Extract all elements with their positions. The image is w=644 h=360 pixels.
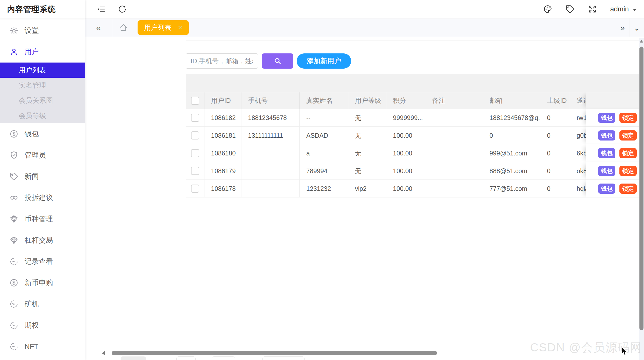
action-button-锁定[interactable]: 锁定	[619, 166, 637, 176]
action-button-钱包[interactable]: 钱包	[598, 130, 615, 141]
cell-parent_id: 0	[540, 144, 570, 162]
action-button-锁定[interactable]: 锁定	[619, 184, 637, 194]
main-area: admin « 用户列表 × » ⌄	[85, 0, 644, 360]
collapse-sidebar-icon[interactable]	[97, 5, 106, 14]
cell-level: 无	[348, 127, 386, 144]
refresh-icon[interactable]	[117, 5, 126, 14]
sidebar-item-11[interactable]: 期权	[0, 315, 85, 336]
table-row: 10861781231232vip2100.00777@51.com0hqia钱…	[186, 180, 644, 197]
content-area: 添加新用户 用户ID手机号真实姓名用户等级积分备注邮箱上级ID邀请码操作1086…	[171, 37, 644, 360]
row-checkbox[interactable]	[191, 185, 199, 193]
tab-close-icon[interactable]: ×	[178, 24, 182, 32]
submenu-item-3[interactable]: 会员等级	[0, 108, 85, 123]
sidebar-item-3[interactable]: 管理员	[0, 145, 85, 166]
sidebar-item-label: 新币申购	[25, 278, 53, 288]
row-actions: 钱包锁定编辑积分删除	[586, 162, 644, 180]
row-actions: 钱包锁定编辑积分删除	[586, 144, 644, 162]
dial-icon	[9, 257, 18, 266]
scroll-left-arrow-icon[interactable]	[102, 351, 105, 355]
action-button-钱包[interactable]: 钱包	[598, 148, 615, 158]
column-header-phone: 手机号	[241, 92, 300, 109]
sidebar-item-6[interactable]: 币种管理	[0, 208, 85, 230]
sidebar-item-1[interactable]: 用户	[0, 41, 85, 63]
table-toolbar	[186, 74, 644, 92]
cell-email: 18812345678@q...	[483, 109, 540, 127]
sidebar-item-2[interactable]: 钱包	[0, 123, 85, 145]
table-row: 108618113111111111ASDAD无100.0000g0bi钱包锁定…	[186, 127, 644, 144]
action-button-锁定[interactable]: 锁定	[619, 113, 637, 123]
cell-phone: 18812345678	[241, 109, 300, 127]
dial-icon	[9, 321, 18, 330]
home-tab-icon[interactable]	[119, 23, 128, 32]
sidebar-item-10[interactable]: 矿机	[0, 293, 85, 315]
pagination-page-button[interactable]	[176, 356, 196, 360]
sidebar-item-4[interactable]: 新闻	[0, 166, 85, 187]
shield-icon	[9, 151, 18, 160]
sidebar-item-0[interactable]: 设置	[0, 20, 85, 41]
tabs-more-icon[interactable]: ⌄	[630, 23, 644, 33]
sidebar-item-label: 钱包	[25, 129, 39, 139]
action-button-锁定[interactable]: 锁定	[619, 148, 637, 158]
username: admin	[610, 5, 629, 13]
sidebar-item-label: 新闻	[25, 172, 39, 181]
cell-phone: 13111111111	[241, 127, 300, 144]
sidebar-item-label: 矿机	[25, 299, 39, 309]
add-user-button[interactable]: 添加新用户	[297, 53, 351, 69]
select-all-checkbox[interactable]	[191, 97, 199, 105]
submenu-item-1[interactable]: 实名管理	[0, 78, 85, 93]
action-button-钱包[interactable]: 钱包	[598, 184, 615, 194]
sidebar-item-label: 设置	[25, 26, 39, 35]
vertical-scrollbar-thumb[interactable]	[639, 47, 643, 330]
cell-email: 777@51.com	[483, 180, 540, 197]
row-checkbox[interactable]	[191, 114, 199, 122]
user-list-card: 添加新用户 用户ID手机号真实姓名用户等级积分备注邮箱上级ID邀请码操作1086…	[186, 41, 644, 197]
cell-phone	[241, 162, 300, 180]
tabs-scroll-left-icon[interactable]: «	[85, 23, 112, 33]
dollar-icon	[9, 129, 18, 138]
tab-user-list[interactable]: 用户列表 ×	[138, 20, 189, 35]
row-checkbox[interactable]	[191, 167, 199, 175]
sidebar-item-5[interactable]: 投拆建议	[0, 187, 85, 208]
cell-points: 9999999...	[386, 109, 425, 127]
sidebar-item-12[interactable]: NFT	[0, 336, 85, 357]
table-row: 108618218812345678--无9999999...188123456…	[186, 109, 644, 127]
diamond-icon	[9, 214, 18, 224]
horizontal-scrollbar-thumb[interactable]	[112, 351, 437, 355]
cell-real_name: ASDAD	[300, 127, 348, 144]
cell-parent_id: 0	[540, 162, 570, 180]
user-menu[interactable]: admin	[610, 5, 637, 13]
tabs-scroll-right-icon[interactable]: »	[615, 23, 630, 32]
action-button-钱包[interactable]: 钱包	[598, 166, 615, 176]
cell-level: 无	[348, 109, 386, 127]
sidebar-item-label: 币种管理	[25, 214, 53, 224]
tag-icon[interactable]	[565, 5, 575, 14]
pagination-page-button[interactable]	[262, 356, 305, 360]
sidebar-item-8[interactable]: 记录查看	[0, 251, 85, 272]
submenu-item-2[interactable]: 会员关系图	[0, 93, 85, 108]
row-checkbox[interactable]	[191, 149, 199, 157]
column-header-real_name: 真实姓名	[300, 92, 348, 109]
sidebar-item-9[interactable]: 新币申购	[0, 272, 85, 293]
cell-user_id: 1086180	[204, 144, 241, 162]
search-button[interactable]	[262, 53, 293, 69]
submenu-item-0[interactable]: 用户列表	[0, 63, 85, 78]
dial-icon	[9, 342, 18, 351]
action-button-钱包[interactable]: 钱包	[598, 113, 615, 123]
scroll-up-arrow-icon[interactable]	[640, 40, 643, 43]
action-button-锁定[interactable]: 锁定	[619, 130, 637, 141]
cell-parent_id: 0	[540, 180, 570, 197]
pagination-page-button[interactable]	[212, 356, 235, 360]
horizontal-scrollbar	[100, 351, 628, 356]
table-header-row: 用户ID手机号真实姓名用户等级积分备注邮箱上级ID邀请码操作	[186, 92, 644, 109]
sidebar-item-7[interactable]: 杠杆交易	[0, 230, 85, 251]
app-title: 内容管理系统	[0, 0, 85, 18]
theme-palette-icon[interactable]	[543, 5, 552, 14]
sidebar-menu: 设置用户用户列表实名管理会员关系图会员等级钱包管理员新闻投拆建议币种管理杠杆交易…	[0, 18, 85, 357]
pagination-page-button[interactable]	[121, 356, 146, 360]
search-input[interactable]	[186, 53, 258, 69]
divider	[112, 18, 112, 37]
fullscreen-icon[interactable]	[588, 5, 597, 14]
user-table: 用户ID手机号真实姓名用户等级积分备注邮箱上级ID邀请码操作1086182188…	[186, 92, 644, 197]
tag-icon	[9, 172, 18, 181]
row-checkbox[interactable]	[191, 131, 199, 139]
